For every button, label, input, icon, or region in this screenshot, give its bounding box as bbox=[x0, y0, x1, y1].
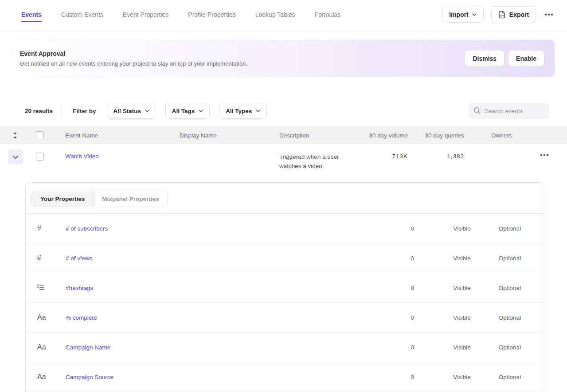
property-name-link[interactable]: Campaign Name bbox=[66, 344, 349, 351]
property-count: 0 bbox=[349, 374, 434, 380]
enable-button[interactable]: Enable bbox=[508, 51, 544, 67]
property-visibility: Visible bbox=[434, 344, 490, 351]
tab-mixpanel-properties[interactable]: Mixpanel Properties bbox=[94, 191, 167, 207]
property-visibility: Visible bbox=[434, 225, 490, 232]
event-name-link[interactable]: Watch Video bbox=[65, 153, 99, 160]
queries-cell: 1,382 bbox=[408, 153, 464, 160]
volume-cell: 713K bbox=[347, 153, 408, 160]
types-filter-dropdown[interactable]: All Types bbox=[219, 103, 267, 119]
tab-events[interactable]: Events bbox=[21, 1, 42, 28]
banner-text: Event Approval Get notified on all new e… bbox=[20, 50, 465, 67]
collapse-row-button[interactable] bbox=[8, 149, 23, 165]
status-filter-dropdown[interactable]: All Status bbox=[107, 103, 156, 119]
description-cell: Triggered when a user watches a video. bbox=[279, 152, 347, 171]
properties-tabs: Your Properties Mixpanel Properties bbox=[26, 183, 543, 214]
dismiss-button[interactable]: Dismiss bbox=[465, 51, 504, 67]
select-all-checkbox[interactable] bbox=[36, 131, 44, 139]
property-name-link[interactable]: # of subscribers bbox=[66, 225, 349, 232]
header-description[interactable]: Description bbox=[262, 132, 347, 139]
number-type-icon: # bbox=[37, 224, 66, 232]
banner-actions: Dismiss Enable bbox=[465, 51, 544, 67]
row-more-button[interactable]: ••• bbox=[539, 149, 550, 161]
banner-title: Event Approval bbox=[20, 50, 465, 57]
property-row: # # of subscribers 0 Visible Optional bbox=[26, 214, 543, 243]
property-requirement: Optional bbox=[490, 225, 529, 232]
event-row-watch-video: Watch Video Triggered when a user watche… bbox=[0, 144, 567, 182]
property-visibility: Visible bbox=[434, 285, 490, 291]
header-queries[interactable]: 30 day queries bbox=[408, 132, 464, 139]
text-type-icon: Aa bbox=[37, 343, 66, 351]
export-button[interactable]: csv Export bbox=[491, 6, 536, 23]
export-button-label: Export bbox=[509, 11, 529, 18]
nav-more-button[interactable]: ••• bbox=[544, 9, 555, 20]
events-table-header: Event Name Display Name Description 30 d… bbox=[0, 126, 567, 144]
number-type-icon: # bbox=[37, 254, 66, 262]
properties-panel: Your Properties Mixpanel Properties # # … bbox=[25, 182, 543, 392]
text-type-icon: Aa bbox=[37, 314, 66, 321]
property-requirement: Optional bbox=[490, 344, 529, 351]
property-requirement: Optional bbox=[490, 314, 529, 321]
property-count: 0 bbox=[349, 255, 434, 262]
nav-tabs: Events Custom Events Event Properties Pr… bbox=[21, 1, 442, 28]
tags-filter-label: All Tags bbox=[172, 108, 195, 114]
search-icon bbox=[473, 107, 481, 114]
chevron-down-icon bbox=[13, 156, 18, 159]
tab-profile-properties[interactable]: Profile Properties bbox=[188, 1, 235, 28]
property-name-link[interactable]: Campaign Source bbox=[66, 374, 349, 380]
search-wrap bbox=[469, 103, 549, 119]
property-name-link[interactable]: #hashtags bbox=[66, 285, 349, 291]
property-row: Aa % complete 0 Visible Optional bbox=[26, 303, 543, 333]
property-count: 0 bbox=[349, 285, 434, 291]
header-display-name[interactable]: Display Name bbox=[162, 132, 262, 139]
tags-filter-dropdown[interactable]: All Tags bbox=[165, 103, 210, 119]
csv-file-icon: csv bbox=[498, 11, 506, 19]
property-name-link[interactable]: # of views bbox=[66, 255, 349, 262]
svg-text:csv: csv bbox=[500, 14, 504, 17]
property-requirement: Optional bbox=[490, 255, 529, 262]
property-visibility: Visible bbox=[434, 374, 490, 380]
header-event-name[interactable]: Event Name bbox=[49, 132, 162, 139]
property-visibility: Visible bbox=[434, 255, 490, 262]
banner-description: Get notified on all new events entering … bbox=[20, 60, 465, 67]
tab-your-properties[interactable]: Your Properties bbox=[32, 191, 94, 207]
property-row: Aa Campaign Name 0 Visible Optional bbox=[26, 333, 543, 362]
tab-custom-events[interactable]: Custom Events bbox=[61, 1, 103, 28]
chevron-down-icon bbox=[145, 110, 149, 112]
types-filter-label: All Types bbox=[226, 108, 252, 114]
chevron-down-icon bbox=[199, 110, 203, 112]
property-count: 0 bbox=[349, 225, 434, 232]
collapse-all-icon[interactable] bbox=[12, 132, 18, 139]
property-count: 0 bbox=[349, 314, 434, 321]
tab-formulas[interactable]: Formulas bbox=[315, 1, 340, 28]
import-button-label: Import bbox=[449, 11, 469, 18]
header-volume[interactable]: 30 day volume bbox=[347, 132, 408, 139]
property-requirement: Optional bbox=[490, 285, 529, 291]
import-button[interactable]: Import bbox=[442, 7, 484, 23]
property-row: # # of views 0 Visible Optional bbox=[26, 243, 543, 273]
row-checkbox[interactable] bbox=[36, 153, 44, 161]
divider bbox=[62, 104, 62, 118]
header-owners[interactable]: Owners bbox=[464, 132, 536, 139]
event-approval-banner: Event Approval Get notified on all new e… bbox=[12, 40, 555, 77]
tab-lookup-tables[interactable]: Lookup Tables bbox=[255, 1, 295, 28]
nav-actions: Import csv Export ••• bbox=[442, 6, 555, 23]
property-row: #hashtags 0 Visible Optional bbox=[26, 273, 543, 303]
property-name-link[interactable]: % complete bbox=[66, 314, 349, 321]
property-row: Aa Campaign Source 0 Visible Optional bbox=[26, 362, 543, 392]
property-count: 0 bbox=[349, 344, 434, 351]
status-filter-label: All Status bbox=[113, 108, 141, 114]
chevron-down-icon bbox=[256, 110, 260, 112]
results-count: 20 results bbox=[25, 108, 53, 114]
list-type-icon bbox=[37, 284, 66, 292]
top-nav: Events Custom Events Event Properties Pr… bbox=[0, 0, 567, 29]
chevron-down-icon bbox=[472, 13, 477, 16]
text-type-icon: Aa bbox=[37, 373, 66, 381]
property-visibility: Visible bbox=[434, 314, 490, 321]
tab-event-properties[interactable]: Event Properties bbox=[123, 1, 169, 28]
property-requirement: Optional bbox=[490, 374, 529, 380]
filter-by-label: Filter by bbox=[73, 108, 96, 114]
filter-bar: 20 results Filter by All Status All Tags… bbox=[0, 103, 567, 119]
